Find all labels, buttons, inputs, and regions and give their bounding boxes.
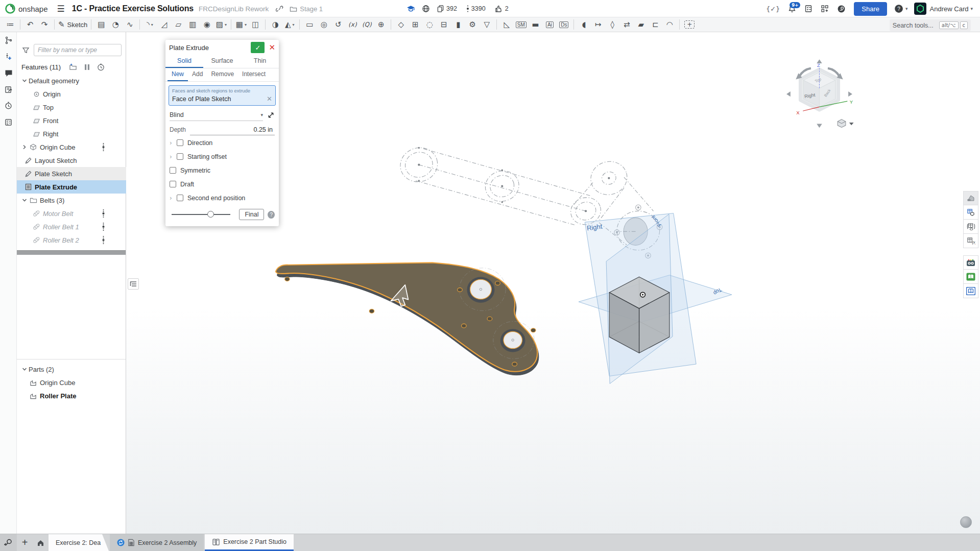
replace-face-tool-button[interactable]: ⇄ [619,18,634,31]
new-tab-button[interactable]: + [17,534,33,551]
feature-row-layout-sketch[interactable]: Layout Sketch [17,154,126,167]
dialog-confirm-button[interactable]: ✓ [251,42,265,53]
roller-plate-part[interactable] [276,262,539,375]
end-type-dropdown[interactable]: Blind ▾ [170,109,263,121]
new-folder-icon[interactable] [69,63,77,71]
primitive-tool-button[interactable]: ◇ [394,18,408,31]
tab-exercise-2-assembly[interactable]: Exercise 2 Assembly [110,534,204,551]
tab-exercise-2-drawing[interactable]: Exercise 2: Dea [49,534,109,551]
thicken-tool-button[interactable]: ◖ [577,18,591,31]
tab-search-button[interactable] [0,534,17,551]
help-caret-icon[interactable]: ▾ [905,6,908,11]
insert-derived-tool-button[interactable]: + [682,18,697,31]
rib-tool-button[interactable]: ▨▾ [214,18,228,31]
shell-tool-button[interactable]: ▥ [185,18,200,31]
like-icon[interactable] [495,5,503,13]
feature-row-plate-extrude[interactable]: Plate Extrude [17,180,126,194]
depth-input[interactable]: 0.25 in [190,124,275,135]
curve-tool-button[interactable]: ◌ [422,18,437,31]
revolve-tool-button[interactable]: ◔ [108,18,123,31]
workspace-name[interactable]: Stage 1 [300,5,323,13]
copies-icon[interactable] [437,5,444,13]
rollback-handle-icon[interactable] [102,142,105,152]
history-icon[interactable] [0,98,17,114]
starting-offset-checkbox[interactable] [177,153,183,160]
redo-tool-button[interactable]: ↷ [37,18,52,31]
split-tool-button[interactable]: ◭▾ [282,18,297,31]
versions-icon[interactable] [0,32,17,49]
final-button[interactable]: Final [239,209,264,220]
avatar[interactable] [914,3,926,15]
slider-handle[interactable] [207,211,214,218]
dialog-tab-thin[interactable]: Thin [241,55,279,68]
filter-funnel-icon[interactable] [22,46,30,54]
chevron-down-icon[interactable] [20,198,29,203]
hole-tool-button[interactable]: ◉ [200,18,214,31]
helix-tool-button[interactable]: ◎ [317,18,331,31]
rollback-handle-icon[interactable] [102,209,105,218]
chamfer-tool-button[interactable]: ◿ [157,18,171,31]
notifications-bell-icon[interactable]: 9+ [788,5,796,13]
help-icon[interactable]: ? [894,4,903,13]
expand-chevron-icon[interactable]: › [170,195,177,202]
chevron-right-icon[interactable] [20,145,29,150]
design-studio-tool-button[interactable]: Ds [557,18,571,31]
rollback-handle-icon[interactable] [102,222,105,231]
feature-row-right[interactable]: Right [17,127,126,140]
feature-panel-toggle[interactable] [128,278,139,290]
move-face-tool-button[interactable]: ↦ [591,18,605,31]
dialog-tab-solid[interactable]: Solid [165,55,203,68]
feature-row-belts-3-[interactable]: Belts (3) [17,194,126,207]
second-end-position-checkbox[interactable] [177,195,183,201]
linear-pattern-caret-icon[interactable]: ▾ [245,22,247,27]
wrap-tool-button[interactable]: ◠ [662,18,677,31]
parts-header-row[interactable]: Parts (2) [17,363,126,376]
expand-chevron-icon[interactable]: › [170,139,177,147]
block-tool-button[interactable]: ▮ [451,18,465,31]
document-title[interactable]: 1C - Practice Exercise Solutions [72,4,194,13]
drawing-check-icon[interactable] [0,81,17,98]
rollback-handle-icon[interactable] [102,235,105,245]
funnel-tool-button[interactable]: ▽ [480,18,494,31]
follow-mode-icon[interactable] [0,49,17,65]
direction-checkbox[interactable] [177,139,183,146]
feature-row-front[interactable]: Front [17,114,126,127]
sheet-metal-tool-button[interactable]: ◺ [499,18,514,31]
dialog-op-tab-new[interactable]: New [168,68,188,81]
custom-feature-1-tool-button[interactable]: ⊞ [408,18,422,31]
delete-face-tool-button[interactable]: ◊ [605,18,619,31]
education-icon[interactable] [407,5,415,13]
variables-table-button[interactable]: (x) [963,234,978,248]
plane-tool-button[interactable]: ▭ [302,18,317,31]
feature-row-origin-cube[interactable]: Origin Cube [17,140,126,154]
dialog-help-icon[interactable]: ? [268,211,275,219]
sweep-tool-button[interactable]: ∿ [123,18,137,31]
draft-tool-button[interactable]: ▱ [171,18,185,31]
boolean-tool-button[interactable]: ◑ [268,18,282,31]
view-cube[interactable]: Top Right Back Z Y X [786,59,854,128]
mate-connector-tool-button[interactable]: ⊕ [374,18,388,31]
offset-surface-tool-button[interactable]: ⊏ [648,18,662,31]
dialog-op-tab-add[interactable]: Add [188,68,207,81]
feedback-code-icon[interactable]: {✓} [766,5,780,13]
fillet-tool-button[interactable]: ◝▾ [142,18,157,31]
documentation-button[interactable] [963,284,978,298]
suppress-pause-icon[interactable] [84,64,90,70]
feature-row-plate-sketch[interactable]: Plate Sketch [17,167,126,180]
dialog-op-tab-remove[interactable]: Remove [207,68,238,81]
feature-row-default-geometry[interactable]: Default geometry [17,74,126,87]
variable-tool-button[interactable]: (x) [345,18,360,31]
selection-box[interactable]: Faces and sketch regions to extrude Face… [169,85,276,106]
named-views-tool-button[interactable]: ▬ [528,18,542,31]
linear-pattern-tool-button[interactable]: ▦▾ [234,18,248,31]
dialog-op-tab-intersect[interactable]: Intersect [238,68,270,81]
release-tasks-icon[interactable] [804,5,812,13]
user-name[interactable]: Andrew Card [930,5,969,13]
extrude-tool-button[interactable]: ▤ [94,18,108,31]
help-bubble[interactable] [960,516,972,528]
configurations-button[interactable] [963,220,978,234]
chevron-down-icon[interactable] [20,78,29,83]
expand-chevron-icon[interactable]: › [170,153,177,160]
selection-clear-icon[interactable]: ✕ [267,95,272,103]
rollback-clock-icon[interactable] [97,63,105,71]
